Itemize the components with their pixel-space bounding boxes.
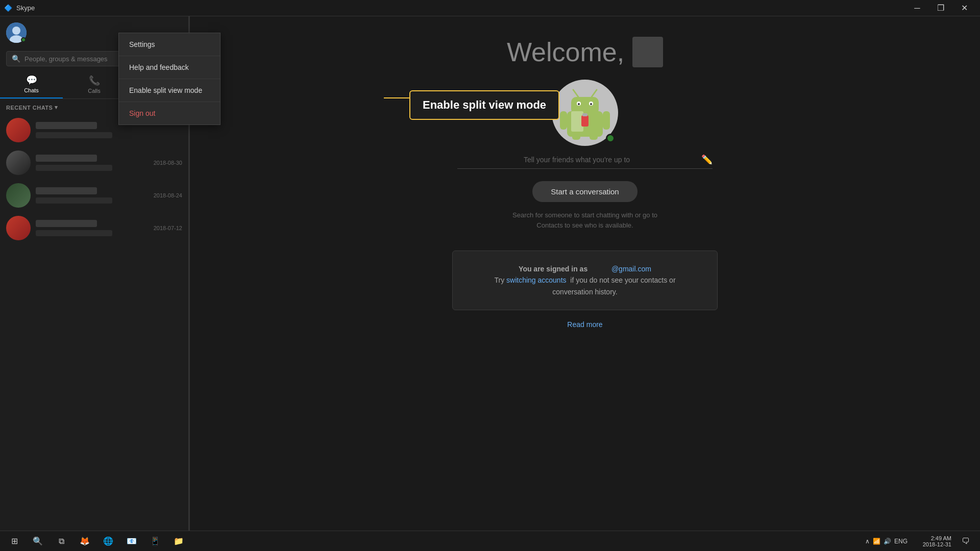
edit-icon[interactable]: ✏️ (701, 154, 713, 165)
svg-point-8 (590, 103, 592, 105)
clock-time: 2:49 AM (931, 535, 951, 541)
search-icon: 🔍 (12, 55, 20, 63)
taskbar: ⊞ 🔍 ⧉ 🦊 🌐 📧 📱 📁 ∧ 📶 🔊 ENG 2:49 AM 2018-1… (0, 531, 980, 551)
chat-name (36, 155, 97, 162)
chat-info (36, 187, 149, 204)
restore-button[interactable]: ❐ (929, 0, 952, 16)
chat-date: 2018-08-30 (154, 160, 182, 166)
firefox-button[interactable]: 🦊 (75, 531, 95, 552)
profile-avatar-wrap (552, 80, 618, 146)
task-view-button[interactable]: ⧉ (51, 531, 71, 552)
chat-avatar (6, 216, 31, 240)
app-body: ··· Settings Help and feedback Enable sp… (0, 16, 980, 551)
expand-tray-icon[interactable]: ∧ (865, 538, 870, 545)
dropdown-item-split-view[interactable]: Enable split view mode (119, 79, 220, 102)
title-bar-controls: ─ ❐ ✕ (905, 0, 976, 16)
status-placeholder: Tell your friends what you're up to (457, 156, 696, 164)
clock-date: 2018-12-31 (923, 541, 951, 547)
skype-button[interactable]: 📱 (145, 531, 165, 552)
read-more-link[interactable]: Read more (567, 320, 602, 329)
avatar-status-dot (21, 37, 26, 42)
chat-avatar (6, 151, 31, 175)
close-button[interactable]: ✕ (952, 0, 976, 16)
svg-point-1 (12, 27, 20, 35)
title-bar: 🔷 Skype ─ ❐ ✕ (0, 0, 980, 16)
svg-line-10 (592, 90, 597, 97)
dropdown-item-sign-out[interactable]: Sign out (119, 102, 220, 124)
sidebar: ··· Settings Help and feedback Enable sp… (0, 16, 189, 551)
profile-status-dot (606, 134, 615, 143)
chat-name (36, 122, 97, 129)
chat-avatar (6, 183, 31, 208)
chat-avatar (6, 118, 31, 142)
dropdown-menu: Settings Help and feedback Enable split … (118, 33, 220, 125)
user-avatar-wrap[interactable] (6, 22, 27, 43)
recent-chats-chevron: ▾ (55, 104, 58, 111)
recent-chats-label: RECENT CHATS (6, 105, 53, 111)
chat-name (36, 220, 97, 227)
list-item[interactable]: 2018-08-24 (0, 179, 188, 212)
chats-icon: 💬 (26, 74, 37, 86)
svg-rect-12 (603, 111, 610, 130)
chat-preview (36, 165, 112, 171)
chat-preview (36, 230, 112, 236)
chat-info (36, 220, 149, 236)
signin-card: You are signed in as @gmail.com Try swit… (452, 251, 718, 310)
mail-button[interactable]: 📧 (121, 531, 142, 552)
status-input-wrap: Tell your friends what you're up to ✏️ (457, 154, 713, 169)
tab-calls-label: Calls (88, 88, 100, 94)
chat-preview (36, 197, 112, 204)
dropdown-item-help[interactable]: Help and feedback (119, 56, 220, 79)
chat-preview (36, 132, 112, 138)
tab-chats[interactable]: 💬 Chats (0, 70, 63, 98)
calls-icon: 📞 (89, 75, 100, 86)
svg-point-7 (578, 103, 580, 105)
search-taskbar-button[interactable]: 🔍 (28, 531, 48, 552)
lang-label: ENG (894, 538, 908, 545)
chat-date: 2018-08-24 (154, 192, 182, 198)
app-title: Skype (16, 4, 35, 12)
chat-info (36, 155, 149, 171)
search-hint: Search for someone to start chatting wit… (512, 210, 657, 230)
welcome-section: Welcome, (507, 37, 663, 67)
chat-name (36, 187, 97, 194)
svg-rect-17 (582, 113, 587, 116)
minimize-button[interactable]: ─ (905, 0, 929, 16)
title-bar-left: 🔷 Skype (4, 4, 35, 12)
chrome-button[interactable]: 🌐 (98, 531, 118, 552)
svg-rect-11 (560, 111, 567, 130)
tab-calls[interactable]: 📞 Calls (63, 70, 126, 98)
taskbar-left: ⊞ 🔍 ⧉ 🦊 🌐 📧 📱 📁 (4, 531, 189, 552)
app-icon: 🔷 (4, 4, 12, 12)
svg-rect-13 (572, 134, 580, 140)
dropdown-item-settings[interactable]: Settings (119, 33, 220, 56)
android-avatar-svg (557, 85, 613, 141)
svg-rect-16 (581, 115, 589, 127)
tooltip-callout: Enable split view mode (409, 90, 559, 120)
start-conversation-button[interactable]: Start a conversation (532, 181, 637, 202)
clock: 2:49 AM 2018-12-31 (916, 535, 951, 547)
notification-button[interactable]: 🗨 (955, 531, 976, 552)
chat-date: 2018-07-12 (154, 225, 182, 231)
tab-chats-label: Chats (24, 87, 39, 93)
taskbar-right: ∧ 📶 🔊 ENG 2:49 AM 2018-12-31 🗨 (865, 531, 976, 552)
network-icon: 📶 (873, 538, 880, 545)
start-button[interactable]: ⊞ (4, 531, 24, 552)
signin-card-text: You are signed in as @gmail.com Try swit… (473, 263, 697, 297)
switching-accounts-link[interactable]: switching accounts (506, 276, 567, 284)
list-item[interactable]: 2018-07-12 (0, 212, 188, 244)
welcome-text: Welcome, (507, 37, 624, 67)
svg-line-9 (573, 90, 578, 97)
svg-rect-14 (590, 134, 598, 140)
files-button[interactable]: 📁 (168, 531, 189, 552)
gmail-link[interactable]: @gmail.com (611, 265, 651, 273)
welcome-avatar (632, 37, 663, 67)
main-content: Welcome, (190, 16, 980, 551)
system-icons: ∧ 📶 🔊 ENG (865, 538, 908, 545)
volume-icon[interactable]: 🔊 (884, 538, 891, 545)
list-item[interactable]: 2018-08-30 (0, 146, 188, 179)
